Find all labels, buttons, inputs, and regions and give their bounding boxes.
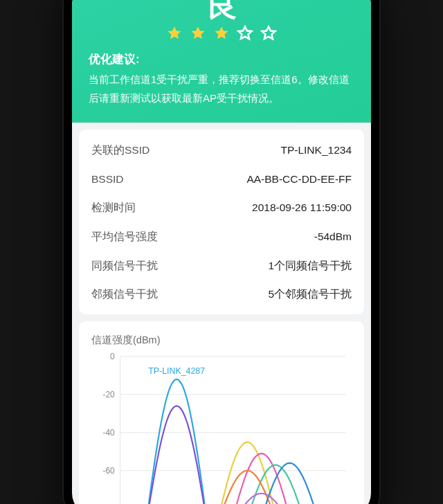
tips-heading: 优化建议: [89,51,354,67]
star-icon [213,25,230,42]
info-row: BSSIDAA-BB-CC-DD-EE-FF [91,165,352,194]
info-value: 2018-09-26 11:59:00 [252,201,352,215]
info-card: 关联的SSIDTP-LINK_1234BSSIDAA-BB-CC-DD-EE-F… [79,129,364,314]
phone-screen: 良 优化建议: 当前工作信道1受干扰严重，推荐切换至信道6。修改信道后请重新测试… [72,0,371,504]
star-icon [166,25,183,42]
tips-body: 当前工作信道1受干扰严重，推荐切换至信道6。修改信道后请重新测试以获取最新AP受… [89,70,354,107]
info-value: AA-BB-CC-DD-EE-FF [246,173,352,186]
svg-text:-20: -20 [103,390,116,399]
svg-text:-40: -40 [103,428,116,438]
info-label: BSSID [91,173,124,186]
info-value: -54dBm [314,231,352,244]
chart-card: 信道强度(dBm) 0-20-40-60-80TP-LINK_4287 [79,321,364,504]
signal-chart: 0-20-40-60-80TP-LINK_4287 [91,350,352,504]
star-icon [237,25,253,42]
info-row: 检测时间2018-09-26 11:59:00 [91,193,352,222]
info-label: 检测时间 [91,201,136,215]
info-value: TP-LINK_1234 [280,144,352,157]
info-label: 邻频信号干扰 [91,288,158,301]
info-label: 关联的SSID [91,144,150,157]
star-icon [190,25,206,42]
chart-area: 0-20-40-60-80TP-LINK_4287 [91,350,352,504]
info-value: 1个同频信号干扰 [268,260,352,273]
phone-frame: 良 优化建议: 当前工作信道1受干扰严重，推荐切换至信道6。修改信道后请重新测试… [62,0,381,504]
chart-title: 信道强度(dBm) [91,334,352,347]
grade-value: 良 [89,0,354,21]
info-row: 邻频信号干扰5个邻频信号干扰 [91,280,352,309]
svg-text:-60: -60 [103,466,116,476]
svg-text:0: 0 [110,352,115,361]
signal-curve [145,406,208,504]
info-label: 同频信号干扰 [91,260,158,273]
chart-series-label: TP-LINK_4287 [148,366,205,376]
result-header: 良 优化建议: 当前工作信道1受干扰严重，推荐切换至信道6。修改信道后请重新测试… [72,0,371,123]
info-row: 关联的SSIDTP-LINK_1234 [91,136,352,165]
signal-curve [145,379,208,504]
info-row: 同频信号干扰1个同频信号干扰 [91,251,352,280]
info-label: 平均信号强度 [91,231,158,244]
info-value: 5个邻频信号干扰 [268,288,352,301]
rating-stars [89,25,354,42]
star-icon [260,25,277,42]
info-row: 平均信号强度-54dBm [91,222,352,251]
